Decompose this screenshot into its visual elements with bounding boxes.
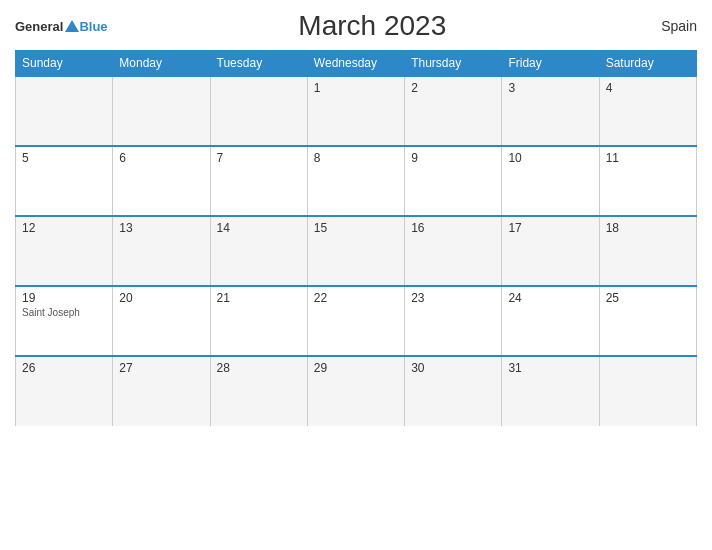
calendar-page: General Blue March 2023 Spain Sunday Mon… [0, 0, 712, 550]
day-cell: 7 [210, 146, 307, 216]
days-of-week-row: Sunday Monday Tuesday Wednesday Thursday… [16, 51, 697, 77]
day-number: 24 [508, 291, 592, 305]
day-cell: 16 [405, 216, 502, 286]
day-number: 11 [606, 151, 690, 165]
day-cell: 4 [599, 76, 696, 146]
day-number: 22 [314, 291, 398, 305]
day-cell [16, 76, 113, 146]
day-number: 17 [508, 221, 592, 235]
day-cell: 26 [16, 356, 113, 426]
col-monday: Monday [113, 51, 210, 77]
day-cell [113, 76, 210, 146]
day-cell: 20 [113, 286, 210, 356]
day-number: 8 [314, 151, 398, 165]
header: General Blue March 2023 Spain [15, 10, 697, 42]
day-number: 28 [217, 361, 301, 375]
day-cell: 14 [210, 216, 307, 286]
day-number: 12 [22, 221, 106, 235]
day-cell: 2 [405, 76, 502, 146]
day-number: 25 [606, 291, 690, 305]
day-cell: 6 [113, 146, 210, 216]
day-cell: 30 [405, 356, 502, 426]
day-number: 13 [119, 221, 203, 235]
day-number: 29 [314, 361, 398, 375]
day-cell: 25 [599, 286, 696, 356]
day-cell: 18 [599, 216, 696, 286]
day-number: 21 [217, 291, 301, 305]
day-number: 1 [314, 81, 398, 95]
day-cell: 31 [502, 356, 599, 426]
day-number: 9 [411, 151, 495, 165]
week-row-4: 262728293031 [16, 356, 697, 426]
day-cell: 3 [502, 76, 599, 146]
week-row-0: 1234 [16, 76, 697, 146]
day-cell: 1 [307, 76, 404, 146]
col-sunday: Sunday [16, 51, 113, 77]
col-saturday: Saturday [599, 51, 696, 77]
day-cell: 9 [405, 146, 502, 216]
day-number: 3 [508, 81, 592, 95]
day-number: 7 [217, 151, 301, 165]
day-number: 31 [508, 361, 592, 375]
day-cell [599, 356, 696, 426]
calendar-body: 12345678910111213141516171819Saint Josep… [16, 76, 697, 426]
day-cell: 29 [307, 356, 404, 426]
day-number: 23 [411, 291, 495, 305]
logo-blue-text: Blue [79, 19, 107, 34]
day-cell: 22 [307, 286, 404, 356]
day-cell: 17 [502, 216, 599, 286]
day-cell: 24 [502, 286, 599, 356]
day-cell [210, 76, 307, 146]
day-cell: 21 [210, 286, 307, 356]
day-cell: 5 [16, 146, 113, 216]
week-row-1: 567891011 [16, 146, 697, 216]
day-cell: 27 [113, 356, 210, 426]
week-row-3: 19Saint Joseph202122232425 [16, 286, 697, 356]
day-number: 15 [314, 221, 398, 235]
day-number: 10 [508, 151, 592, 165]
day-cell: 19Saint Joseph [16, 286, 113, 356]
calendar-header: Sunday Monday Tuesday Wednesday Thursday… [16, 51, 697, 77]
day-event: Saint Joseph [22, 307, 106, 318]
day-cell: 23 [405, 286, 502, 356]
day-number: 19 [22, 291, 106, 305]
day-cell: 13 [113, 216, 210, 286]
day-cell: 10 [502, 146, 599, 216]
col-tuesday: Tuesday [210, 51, 307, 77]
day-cell: 15 [307, 216, 404, 286]
logo-triangle-icon [65, 20, 79, 32]
day-number: 6 [119, 151, 203, 165]
day-number: 30 [411, 361, 495, 375]
day-cell: 28 [210, 356, 307, 426]
week-row-2: 12131415161718 [16, 216, 697, 286]
day-number: 18 [606, 221, 690, 235]
logo-general-text: General [15, 19, 63, 34]
day-number: 5 [22, 151, 106, 165]
calendar-table: Sunday Monday Tuesday Wednesday Thursday… [15, 50, 697, 426]
col-thursday: Thursday [405, 51, 502, 77]
day-number: 2 [411, 81, 495, 95]
day-number: 20 [119, 291, 203, 305]
day-cell: 12 [16, 216, 113, 286]
country-label: Spain [637, 18, 697, 34]
col-wednesday: Wednesday [307, 51, 404, 77]
calendar-title: March 2023 [108, 10, 637, 42]
day-number: 27 [119, 361, 203, 375]
day-cell: 8 [307, 146, 404, 216]
day-cell: 11 [599, 146, 696, 216]
day-number: 4 [606, 81, 690, 95]
col-friday: Friday [502, 51, 599, 77]
day-number: 26 [22, 361, 106, 375]
day-number: 14 [217, 221, 301, 235]
day-number: 16 [411, 221, 495, 235]
logo: General Blue [15, 19, 108, 34]
